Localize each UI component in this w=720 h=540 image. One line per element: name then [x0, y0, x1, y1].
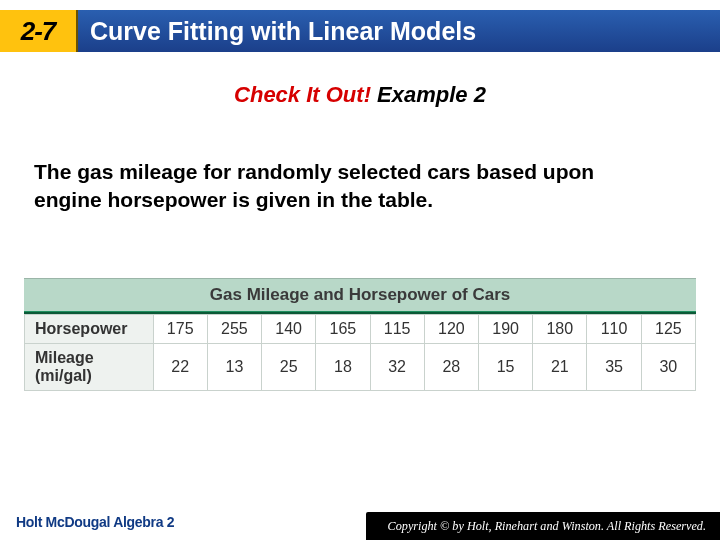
- table-row: Mileage (mi/gal) 22 13 25 18 32 28 15 21…: [25, 344, 696, 391]
- mileage-cell: 13: [207, 344, 261, 391]
- problem-text: The gas mileage for randomly selected ca…: [34, 158, 654, 215]
- hp-cell: 255: [207, 315, 261, 344]
- table-grid: Horsepower 175 255 140 165 115 120 190 1…: [24, 314, 696, 391]
- lesson-title: Curve Fitting with Linear Models: [78, 17, 476, 46]
- example-number: Example 2: [371, 82, 486, 107]
- data-table: Gas Mileage and Horsepower of Cars Horse…: [24, 278, 696, 391]
- copyright-label: Copyright © by Holt, Rinehart and Winsto…: [366, 512, 720, 540]
- table-title: Gas Mileage and Horsepower of Cars: [24, 278, 696, 311]
- hp-cell: 140: [262, 315, 316, 344]
- hp-cell: 190: [478, 315, 532, 344]
- row-label-horsepower: Horsepower: [25, 315, 154, 344]
- hp-cell: 110: [587, 315, 641, 344]
- mileage-cell: 18: [316, 344, 370, 391]
- hp-cell: 115: [370, 315, 424, 344]
- slide: { "header": { "lesson_code": "2-7", "tit…: [0, 0, 720, 540]
- mileage-cell: 22: [153, 344, 207, 391]
- mileage-cell: 28: [424, 344, 478, 391]
- lesson-header: 2-7 Curve Fitting with Linear Models: [0, 10, 720, 52]
- hp-cell: 175: [153, 315, 207, 344]
- hp-cell: 120: [424, 315, 478, 344]
- lesson-number: 2-7: [21, 16, 56, 47]
- table-row: Horsepower 175 255 140 165 115 120 190 1…: [25, 315, 696, 344]
- mileage-cell: 35: [587, 344, 641, 391]
- mileage-cell: 15: [478, 344, 532, 391]
- lesson-number-box: 2-7: [0, 10, 78, 52]
- hp-cell: 165: [316, 315, 370, 344]
- mileage-cell: 32: [370, 344, 424, 391]
- row-label-mileage: Mileage (mi/gal): [25, 344, 154, 391]
- hp-cell: 180: [533, 315, 587, 344]
- mileage-cell: 21: [533, 344, 587, 391]
- example-heading: Check It Out! Example 2: [0, 82, 720, 108]
- publisher-label: Holt McDougal Algebra 2: [16, 514, 174, 530]
- mileage-cell: 25: [262, 344, 316, 391]
- check-it-out-label: Check It Out!: [234, 82, 371, 107]
- hp-cell: 125: [641, 315, 695, 344]
- mileage-cell: 30: [641, 344, 695, 391]
